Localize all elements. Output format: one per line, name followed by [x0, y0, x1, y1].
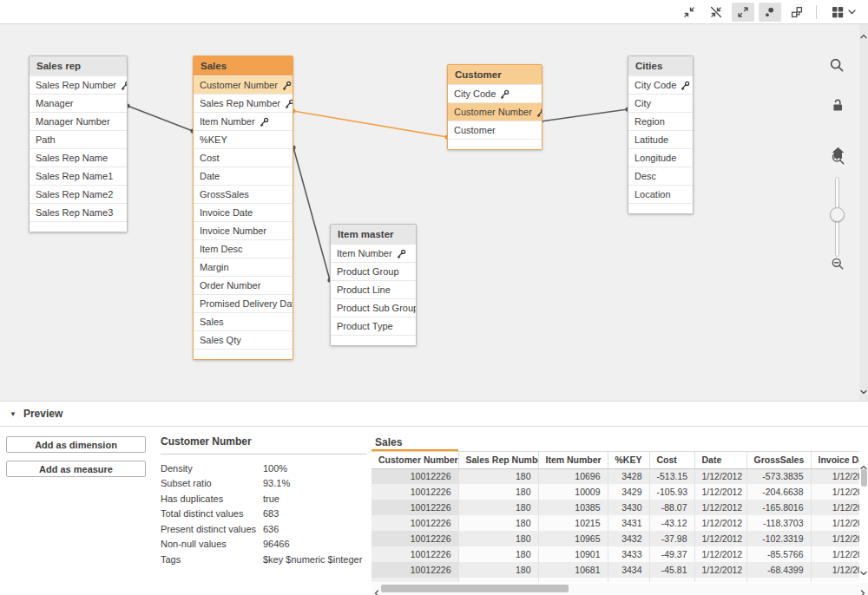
model-table-sales[interactable]: SalesCustomer NumberSales Rep NumberItem…: [193, 56, 293, 360]
field-manager-number[interactable]: Manager Number: [30, 112, 127, 130]
grid-data-row: 10012226180106963428-513.151/12/2012-573…: [372, 468, 859, 484]
model-table-item-master[interactable]: Item masterItem NumberProduct GroupProdu…: [330, 224, 417, 346]
field-order-number[interactable]: Order Number: [194, 276, 293, 294]
column-header-cost[interactable]: Cost: [649, 452, 694, 468]
grid-vscroll-thumb[interactable]: [861, 469, 867, 487]
grid-cell: -118.3703: [746, 515, 811, 531]
scroll-right-icon[interactable]: [860, 585, 865, 595]
field-invoice-date[interactable]: Invoice Date: [194, 203, 293, 221]
field-sales-rep-name3[interactable]: Sales Rep Name3: [30, 203, 127, 221]
canvas-vertical-scrollbar[interactable]: [859, 24, 868, 401]
scroll-up-icon[interactable]: [860, 27, 867, 42]
expand-all-button[interactable]: [732, 3, 754, 22]
unlock-button[interactable]: [830, 99, 845, 114]
field-label: Sales Rep Number: [36, 80, 116, 90]
field-item-desc[interactable]: Item Desc: [194, 239, 293, 258]
model-table-customer[interactable]: CustomerCity CodeCustomer NumberCustomer: [447, 64, 542, 150]
model-table-cities[interactable]: CitiesCity CodeCityRegionLatitudeLongitu…: [628, 56, 694, 214]
preview-toggle[interactable]: ▼ Preview: [0, 402, 868, 427]
toolbar-separator: [816, 5, 817, 19]
field-sales-rep-name2[interactable]: Sales Rep Name2: [30, 185, 127, 203]
column-header-customer-number[interactable]: Customer Number: [372, 452, 458, 468]
field-desc[interactable]: Desc: [628, 167, 693, 185]
zoom-in-button-icon-holder[interactable]: [830, 152, 845, 167]
field-product-sub-group[interactable]: Product Sub Group: [331, 298, 416, 317]
field-date[interactable]: Date: [194, 167, 293, 185]
scroll-down-icon[interactable]: [860, 382, 867, 398]
stat-label: Has duplicates: [161, 494, 263, 504]
field-product-line[interactable]: Product Line: [331, 280, 416, 298]
scroll-down-icon[interactable]: [860, 564, 867, 579]
field-location[interactable]: Location: [628, 185, 693, 203]
field-sales-rep-number[interactable]: Sales Rep Number: [194, 94, 293, 112]
internal-table-view-button[interactable]: [759, 3, 781, 22]
column-header-grosssales[interactable]: GrossSales: [746, 452, 811, 468]
field-manager[interactable]: Manager: [30, 94, 127, 112]
field-sales-rep-name[interactable]: Sales Rep Name: [30, 148, 127, 167]
field-sales-rep-name1[interactable]: Sales Rep Name1: [30, 167, 127, 185]
field-item-number[interactable]: Item Number: [331, 244, 416, 262]
field-city[interactable]: City: [628, 94, 693, 112]
grid-cell: 1/12/2012: [811, 562, 859, 578]
field-region[interactable]: Region: [628, 112, 693, 130]
column-header-date[interactable]: Date: [694, 452, 746, 468]
field-key[interactable]: %KEY: [194, 130, 293, 148]
field-customer-number[interactable]: Customer Number: [448, 102, 542, 121]
field-product-type[interactable]: Product Type: [331, 317, 416, 335]
grid-cell: 10012226: [372, 562, 458, 578]
search-button[interactable]: [829, 58, 845, 74]
field-sales-qty[interactable]: Sales Qty: [194, 330, 293, 349]
collapse-all-button[interactable]: [678, 3, 700, 22]
field-cost[interactable]: Cost: [194, 148, 293, 167]
grid-horizontal-scrollbar[interactable]: [372, 583, 868, 594]
scroll-left-icon[interactable]: [374, 585, 379, 595]
stat-value: 683: [263, 508, 279, 519]
grid-cell: -45.81: [649, 562, 694, 578]
field-margin[interactable]: Margin: [194, 258, 293, 276]
grid-cell: 3435: [608, 578, 649, 582]
column-header-item-number[interactable]: Item Number: [538, 452, 608, 468]
field-city-code[interactable]: City Code: [448, 84, 542, 102]
field-invoice-number[interactable]: Invoice Number: [194, 221, 293, 239]
field-label: Date: [200, 171, 220, 181]
model-table-sales-rep[interactable]: Sales repSales Rep NumberManagerManager …: [29, 56, 128, 232]
field-label: Location: [635, 189, 671, 199]
field-promised-delivery-date[interactable]: Promised Delivery Date: [194, 294, 293, 312]
grid-cell: -165.8016: [746, 500, 811, 515]
field-sales[interactable]: Sales: [194, 312, 293, 330]
layout-menu-button[interactable]: [825, 3, 861, 22]
field-customer[interactable]: Customer: [448, 121, 542, 139]
field-product-group[interactable]: Product Group: [331, 262, 416, 280]
field-customer-number[interactable]: Customer Number: [194, 75, 293, 94]
grid-hscroll-thumb[interactable]: [381, 585, 569, 592]
add-as-measure-button[interactable]: Add as measure: [6, 461, 146, 477]
field-grosssales[interactable]: GrossSales: [194, 185, 293, 203]
zoom-slider[interactable]: [834, 177, 841, 257]
source-table-view-button[interactable]: [786, 3, 808, 22]
column-header-sales-rep-number[interactable]: Sales Rep Number: [458, 452, 538, 468]
column-header-invoice-date[interactable]: Invoice Date: [811, 452, 859, 468]
zoom-out-button[interactable]: [830, 257, 845, 272]
grid-cell: 10012226: [372, 484, 458, 500]
add-as-dimension-button[interactable]: Add as dimension: [6, 436, 146, 453]
field-item-number[interactable]: Item Number: [194, 112, 293, 130]
column-header-key[interactable]: %KEY: [608, 452, 649, 468]
key-icon: [536, 108, 542, 117]
field-label: City Code: [454, 88, 496, 99]
field-label: Region: [635, 116, 665, 127]
collapse-remove-links-button[interactable]: [705, 3, 727, 22]
zoom-slider-thumb[interactable]: [830, 207, 845, 222]
field-sales-rep-number[interactable]: Sales Rep Number: [30, 75, 127, 94]
field-longitude[interactable]: Longitude: [628, 148, 693, 167]
grid-data-row: 10012226180109013433-49.371/12/2012-85.5…: [372, 546, 859, 562]
grid-cell: 10012226: [372, 578, 458, 582]
grid-vertical-scrollbar[interactable]: [859, 458, 868, 579]
field-latitude[interactable]: Latitude: [628, 130, 693, 148]
field-path[interactable]: Path: [30, 130, 127, 148]
field-label: Sales Rep Name: [36, 153, 108, 163]
grid-cell: 10965: [538, 531, 608, 546]
grid-cell: -37.98: [649, 531, 694, 546]
model-canvas[interactable]: Sales repSales Rep NumberManagerManager …: [0, 24, 868, 401]
grid-cell: 180: [458, 578, 538, 582]
field-city-code[interactable]: City Code: [628, 75, 693, 94]
